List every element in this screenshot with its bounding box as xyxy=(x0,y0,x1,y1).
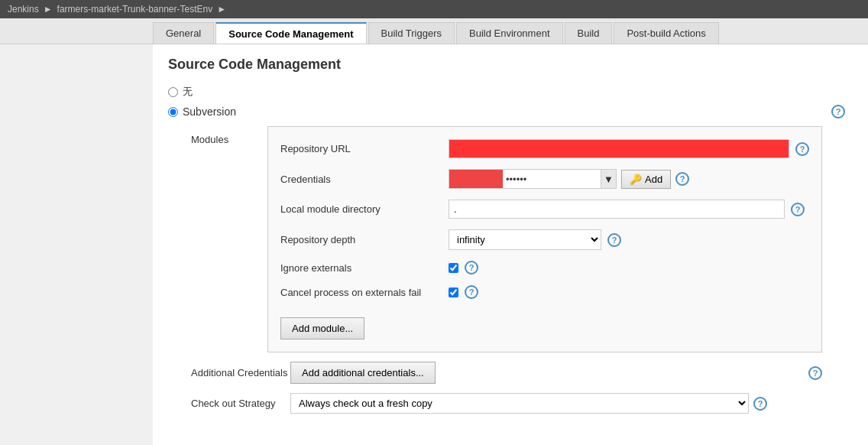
checkout-strategy-help-icon[interactable]: ? xyxy=(753,397,767,411)
repo-depth-label: Repository depth xyxy=(280,234,449,245)
sidebar xyxy=(0,44,153,445)
cancel-process-checkbox[interactable] xyxy=(449,287,458,297)
local-dir-input[interactable] xyxy=(449,200,785,219)
subversion-label: Subversion xyxy=(183,106,236,118)
repo-depth-help-icon[interactable]: ? xyxy=(607,233,621,247)
content-area: Source Code Management 无 Subversion ? Mo… xyxy=(153,44,868,445)
breadcrumb-jenkins[interactable]: Jenkins xyxy=(8,4,39,15)
tab-bar: General Source Code Management Build Tri… xyxy=(0,18,868,44)
repo-url-input[interactable] xyxy=(449,139,789,158)
tab-general[interactable]: General xyxy=(153,22,214,44)
none-radio[interactable] xyxy=(168,87,178,97)
tab-build-triggers[interactable]: Build Triggers xyxy=(368,22,455,44)
page-title: Source Code Management xyxy=(168,57,853,73)
checkout-strategy-label: Check out Strategy xyxy=(168,398,290,409)
local-dir-controls: ? xyxy=(449,200,809,219)
tab-build[interactable]: Build xyxy=(565,22,613,44)
modules-panel-wrapper: Repository URL ? Credentials •••••• xyxy=(267,126,845,352)
repo-url-help-icon[interactable]: ? xyxy=(795,142,809,156)
repo-depth-row: Repository depth infinity empty files im… xyxy=(280,229,809,250)
cancel-process-controls: ? xyxy=(449,285,478,299)
checkout-strategy-select[interactable]: Always check out a fresh copy Use 'svn u… xyxy=(290,393,749,414)
modules-container: Modules Repository URL ? Credentials xyxy=(168,126,853,352)
credentials-help-icon[interactable]: ? xyxy=(675,172,689,186)
cancel-process-help-icon[interactable]: ? xyxy=(465,285,478,299)
ignore-externals-checkbox[interactable] xyxy=(449,263,458,273)
repo-url-controls: ? xyxy=(449,139,809,158)
repo-url-row: Repository URL ? xyxy=(280,139,809,158)
key-icon: 🔑 xyxy=(630,174,642,185)
local-dir-label: Local module directory xyxy=(280,203,449,215)
breadcrumb-sep2: ► xyxy=(217,4,226,15)
credentials-label: Credentials xyxy=(280,174,449,185)
additional-credentials-help-icon[interactable]: ? xyxy=(808,366,822,380)
repo-url-label: Repository URL xyxy=(280,143,449,154)
tab-source-code-management[interactable]: Source Code Management xyxy=(215,22,366,44)
subversion-row: Subversion ? xyxy=(168,105,853,119)
subversion-help-container: ? xyxy=(831,105,845,119)
tab-post-build[interactable]: Post-build Actions xyxy=(614,22,718,44)
cancel-process-row: Cancel process on externals fail ? xyxy=(280,285,809,299)
none-option: 无 xyxy=(168,85,853,99)
none-label: 无 xyxy=(183,85,193,99)
ignore-externals-label: Ignore externals xyxy=(280,262,449,274)
modules-panel: Repository URL ? Credentials •••••• xyxy=(267,126,822,352)
credentials-controls: •••••• ▼ 🔑 Add ? xyxy=(449,169,689,189)
repo-depth-select[interactable]: infinity empty files immediates xyxy=(449,229,601,250)
main-content: Source Code Management 无 Subversion ? Mo… xyxy=(0,44,868,445)
local-dir-help-icon[interactable]: ? xyxy=(791,203,805,216)
checkout-strategy-row: Check out Strategy Always check out a fr… xyxy=(168,393,853,414)
credentials-select-wrapper[interactable]: •••••• ▼ xyxy=(449,169,617,189)
credentials-row: Credentials •••••• ▼ 🔑 Add ? xyxy=(280,169,809,189)
credentials-dropdown-arrow[interactable]: ▼ xyxy=(601,170,616,188)
cancel-process-label: Cancel process on externals fail xyxy=(280,287,449,298)
ignore-externals-controls: ? xyxy=(449,261,478,274)
local-dir-row: Local module directory ? xyxy=(280,200,809,219)
credentials-text: •••••• xyxy=(503,174,601,185)
breadcrumb-sep1: ► xyxy=(44,4,53,15)
subversion-radio[interactable] xyxy=(168,107,178,117)
ignore-externals-help-icon[interactable]: ? xyxy=(465,261,478,274)
add-module-button[interactable]: Add module... xyxy=(280,317,364,339)
ignore-externals-row: Ignore externals ? xyxy=(280,261,809,274)
add-credentials-button[interactable]: 🔑 Add xyxy=(621,170,671,189)
additional-credentials-row: Additional Credentials Add additional cr… xyxy=(168,362,853,384)
credentials-red-part xyxy=(449,170,503,188)
add-additional-credentials-button[interactable]: Add additional credentials... xyxy=(290,362,436,384)
subversion-help-icon[interactable]: ? xyxy=(831,105,845,119)
subversion-option: Subversion xyxy=(168,106,236,118)
repo-depth-controls: infinity empty files immediates ? xyxy=(449,229,621,250)
breadcrumb-project[interactable]: farmers-market-Trunk-banner-TestEnv xyxy=(57,4,213,15)
modules-label: Modules xyxy=(168,126,267,352)
breadcrumb: Jenkins ► farmers-market-Trunk-banner-Te… xyxy=(0,0,868,18)
add-button-label: Add xyxy=(645,174,662,185)
tab-build-environment[interactable]: Build Environment xyxy=(456,22,563,44)
additional-credentials-label: Additional Credentials xyxy=(168,367,290,378)
